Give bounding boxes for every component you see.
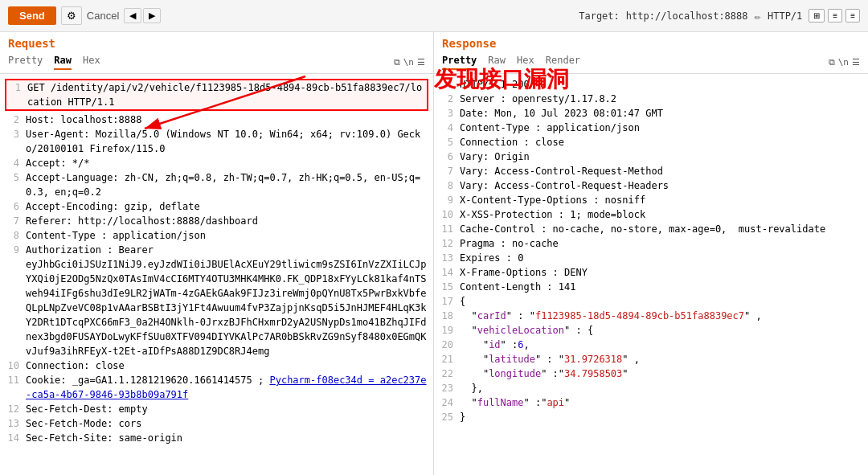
copy-icon[interactable]: ⧉ [394,57,400,68]
request-line-8: 8 Content-Type : application/json [5,228,428,243]
view-list-button[interactable]: ≡ [828,9,842,23]
view-menu-button[interactable]: ≡ [845,9,860,23]
send-button[interactable]: Send [8,6,56,25]
resp-line-6: 6 Vary: Origin [439,149,863,164]
response-tabs: Pretty Raw Hex Render ⧉ \n ☰ [434,51,868,74]
resp-copy-icon[interactable]: ⧉ [829,57,835,68]
tab-pretty-resp[interactable]: Pretty [442,55,477,70]
response-content: 1 HTTP/1.1 200 2 Server : openresty/1.17… [434,74,868,475]
request-line-2: 2 Host: localhost:8888 [5,113,428,127]
resp-line-24: 24 "fullName" :"api" [439,395,863,410]
response-tabs-right: ⧉ \n ☰ [829,57,860,68]
http-version: HTTP/1 [768,10,802,22]
resp-line-8: 8 Vary: Access-Control-Request-Headers [439,178,863,193]
cache-control-value: Cache-Control : no-cache, no-store, max-… [460,222,863,236]
request-tabs: Pretty Raw Hex ⧉ \n ☰ [0,51,433,74]
back-button[interactable]: ◀ [124,8,141,23]
request-line-7: 7 Referer: http://localhost:8888/dashboa… [5,214,428,228]
request-line-4: 4 Accept: */* [5,156,428,170]
resp-line-2: 2 Server : openresty/1.17.8.2 [439,92,863,106]
response-panel: Response Pretty Raw Hex Render ⧉ \n ☰ 1 … [434,32,868,475]
toolbar: Send ⚙ Cancel ◀ ▶ Target: http://localho… [0,0,868,32]
tab-pretty-req[interactable]: Pretty [8,55,43,70]
resp-line-22: 22 "longitude" :"34.7958503" [439,366,863,381]
resp-line-25: 25 } [439,410,863,424]
resp-line-13: 13 Expires : 0 [439,251,863,265]
resp-line-21: 21 "latitude" : "31.9726318" , [439,352,863,366]
request-line-14: 14 Sec-Fetch-Site: same-origin [5,431,428,445]
tab-hex-req[interactable]: Hex [83,55,100,70]
cancel-button[interactable]: Cancel [87,10,119,22]
menu-icon[interactable]: ☰ [417,57,425,68]
tab-hex-resp[interactable]: Hex [517,55,534,70]
request-title: Request [0,32,433,51]
view-split-button[interactable]: ⊞ [809,9,825,23]
request-line-6: 6 Accept-Encoding: gzip, deflate [5,199,428,214]
resp-line-4: 4 Content-Type : application/json [439,121,863,135]
wrap-icon[interactable]: \n [403,57,414,68]
resp-line-18: 18 "carId" : "f1123985-18d5-4894-89cb-b5… [439,309,863,323]
view-toggle: ⊞ ≡ ≡ [809,9,860,23]
resp-line-9: 9 X-Content-Type-Options : nosniff [439,193,863,207]
resp-line-5: 5 Connection : close [439,135,863,149]
request-tabs-right: ⧉ \n ☰ [394,57,425,68]
settings-button[interactable]: ⚙ [61,6,82,25]
request-line-3: 3 User-Agent: Mozilla/5.0 (Windows NT 10… [5,127,428,156]
request-line-13: 13 Sec-Fetch-Mode: cors [5,416,428,431]
resp-line-23: 23 }, [439,381,863,395]
resp-line-20: 20 "id" :6, [439,338,863,352]
main-content: 发现接口漏洞 Request Pretty Raw Hex ⧉ \n ☰ 1 [0,32,868,475]
resp-wrap-icon[interactable]: \n [838,57,849,68]
request-line-11: 11 Cookie: _ga=GA1.1.1281219620.16614145… [5,373,428,402]
request-line-9: 9 Authorization : Bearer eyJhbGci0iJSUzI… [5,243,428,358]
resp-menu-icon[interactable]: ☰ [852,57,860,68]
resp-line-3: 3 Date: Mon, 10 Jul 2023 08:01:47 GMT [439,106,863,121]
resp-line-12: 12 Pragma : no-cache [439,236,863,251]
response-title: Response [434,32,868,51]
resp-line-10: 10 X-XSS-Protection : 1; mode=block [439,207,863,222]
resp-line-1: 1 HTTP/1.1 200 [439,77,863,92]
resp-line-7: 7 Vary: Access-Control-Request-Method [439,164,863,178]
tab-raw-resp[interactable]: Raw [488,55,506,70]
tab-raw-req[interactable]: Raw [54,55,72,70]
target-label: Target: [579,10,620,22]
nav-arrows: ◀ ▶ [124,8,161,23]
request-content: 1 GET /identity/api/v2/vehicle/f1123985-… [0,74,433,475]
resp-line-19: 19 "vehicleLocation" : { [439,323,863,338]
toolbar-right: Target: http://localhost:8888 ✏ HTTP/1 ⊞… [579,9,860,23]
edit-icon[interactable]: ✏ [755,10,761,23]
resp-line-11-cache-control: 11 Cache-Control : no-cache, no-store, m… [439,222,863,236]
request-line-1: 1 GET /identity/api/v2/vehicle/f1123985-… [5,79,428,111]
resp-line-17: 17 { [439,294,863,309]
forward-button[interactable]: ▶ [143,8,161,23]
request-line-5: 5 Accept-Language: zh-CN, zh;q=0.8, zh-T… [5,170,428,199]
request-panel: Request Pretty Raw Hex ⧉ \n ☰ 1 GET /ide… [0,32,434,475]
resp-line-14: 14 X-Frame-Options : DENY [439,265,863,280]
resp-line-15: 15 Content-Length : 141 [439,280,863,294]
tab-render-resp[interactable]: Render [546,55,580,70]
request-line-10: 10 Connection: close [5,358,428,373]
request-line-12: 12 Sec-Fetch-Dest: empty [5,402,428,416]
target-url: http://localhost:8888 [626,10,748,22]
